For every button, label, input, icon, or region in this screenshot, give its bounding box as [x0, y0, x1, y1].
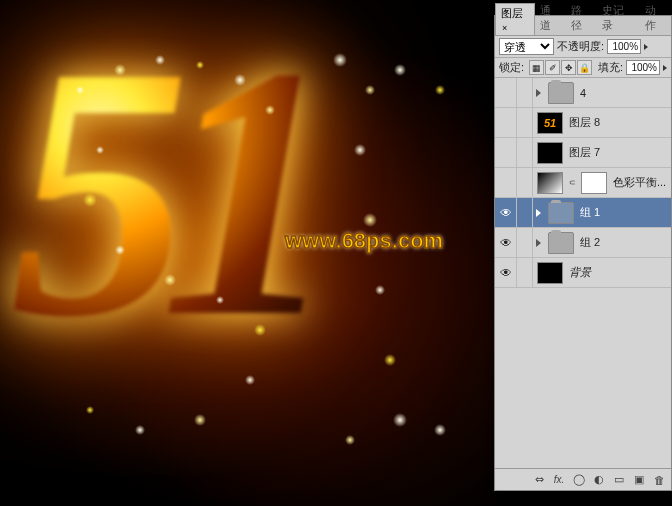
adjustment-layer-icon[interactable]: ◐	[590, 472, 608, 488]
visibility-toggle[interactable]: 👁	[495, 258, 517, 287]
new-group-icon[interactable]: ▭	[610, 472, 628, 488]
lock-all-icon[interactable]: 🔒	[577, 60, 592, 75]
layer-row[interactable]: 👁 背景	[495, 258, 671, 288]
lock-label: 锁定:	[499, 60, 524, 75]
folder-icon	[548, 82, 574, 104]
layer-row[interactable]: ⊂ 色彩平衡...	[495, 168, 671, 198]
tab-history[interactable]: 史记录	[597, 1, 639, 35]
fx-icon[interactable]: fx.	[550, 472, 568, 488]
layer-name[interactable]: 组 2	[578, 235, 671, 250]
layers-list: 4 51 图层 8 图层 7 ⊂ 色彩平衡... 👁 组	[495, 78, 671, 438]
layer-row[interactable]: 👁 组 1	[495, 198, 671, 228]
mask-link-icon[interactable]: ⊂	[568, 180, 576, 186]
canvas-area[interactable]: 51 www.68ps.com	[0, 0, 500, 506]
watermark-text: www.68ps.com	[285, 228, 443, 254]
tab-channels[interactable]: 通道	[535, 1, 566, 35]
layer-row[interactable]: 51 图层 8	[495, 108, 671, 138]
link-col[interactable]	[517, 198, 533, 227]
layer-name[interactable]: 图层 7	[567, 145, 671, 160]
panel-bottombar: ⇔ fx. ◯ ◐ ▭ ▣ 🗑	[495, 468, 671, 490]
link-col[interactable]	[517, 138, 533, 167]
lock-position-icon[interactable]: ✥	[561, 60, 576, 75]
link-col[interactable]	[517, 108, 533, 137]
link-col[interactable]	[517, 78, 533, 107]
layer-name[interactable]: 4	[578, 87, 671, 99]
layer-row[interactable]: 4	[495, 78, 671, 108]
new-layer-icon[interactable]: ▣	[630, 472, 648, 488]
visibility-toggle[interactable]: 👁	[495, 228, 517, 257]
chevron-right-icon[interactable]	[663, 65, 667, 71]
visibility-toggle[interactable]	[495, 78, 517, 107]
chevron-right-icon[interactable]	[644, 44, 648, 50]
eye-icon: 👁	[500, 266, 512, 280]
add-mask-icon[interactable]: ◯	[570, 472, 588, 488]
folder-icon	[548, 232, 574, 254]
mask-thumbnail	[581, 172, 607, 194]
eye-icon: 👁	[500, 236, 512, 250]
lock-transparency-icon[interactable]: ▦	[529, 60, 544, 75]
link-col[interactable]	[517, 258, 533, 287]
expand-icon[interactable]	[536, 89, 541, 97]
blend-row: 穿透 不透明度: 100%	[495, 36, 671, 58]
eye-icon: 👁	[500, 206, 512, 220]
visibility-toggle[interactable]	[495, 138, 517, 167]
fill-input[interactable]: 100%	[626, 60, 660, 75]
layer-thumbnail	[537, 262, 563, 284]
fill-label: 填充:	[598, 60, 623, 75]
trash-icon[interactable]: 🗑	[650, 472, 668, 488]
lock-row: 锁定: ▦ ✐ ✥ 🔒 填充: 100%	[495, 58, 671, 78]
visibility-toggle[interactable]: 👁	[495, 198, 517, 227]
expand-icon[interactable]	[536, 239, 541, 247]
layer-name[interactable]: 色彩平衡...	[611, 175, 671, 190]
link-col[interactable]	[517, 228, 533, 257]
opacity-input[interactable]: 100%	[607, 39, 641, 54]
layer-name[interactable]: 组 1	[578, 205, 671, 220]
layers-panel: 图层× 通道 路径 史记录 动作 穿透 不透明度: 100% 锁定: ▦ ✐ ✥…	[494, 15, 672, 491]
expand-icon[interactable]	[536, 209, 541, 217]
link-col[interactable]	[517, 168, 533, 197]
layer-name[interactable]: 背景	[567, 265, 671, 280]
lock-paint-icon[interactable]: ✐	[545, 60, 560, 75]
tab-actions[interactable]: 动作	[640, 1, 671, 35]
artwork-text: 51	[10, 30, 310, 354]
lock-icons: ▦ ✐ ✥ 🔒	[529, 60, 592, 75]
layer-name[interactable]: 图层 8	[567, 115, 671, 130]
blend-mode-select[interactable]: 穿透	[499, 38, 554, 55]
layer-row[interactable]: 图层 7	[495, 138, 671, 168]
tab-paths[interactable]: 路径	[566, 1, 597, 35]
link-layers-icon[interactable]: ⇔	[530, 472, 548, 488]
visibility-toggle[interactable]	[495, 108, 517, 137]
panel-tabs: 图层× 通道 路径 史记录 动作	[495, 16, 671, 36]
close-icon[interactable]: ×	[502, 23, 507, 33]
layer-thumbnail: 51	[537, 112, 563, 134]
visibility-toggle[interactable]	[495, 168, 517, 197]
adjustment-thumbnail	[537, 172, 563, 194]
opacity-label: 不透明度:	[557, 39, 604, 54]
layer-row[interactable]: 👁 组 2	[495, 228, 671, 258]
tab-layers[interactable]: 图层×	[495, 3, 535, 35]
folder-icon	[548, 202, 574, 224]
layer-thumbnail	[537, 142, 563, 164]
